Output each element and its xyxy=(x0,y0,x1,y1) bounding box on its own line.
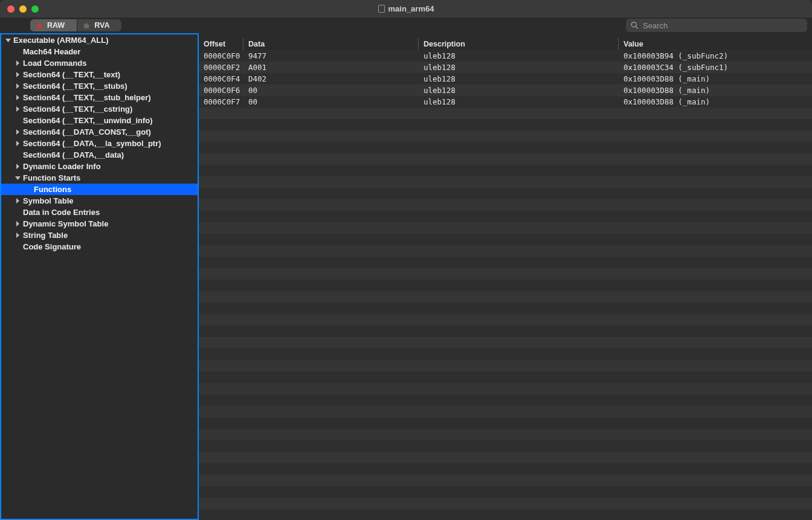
tree-item[interactable]: Load Commands xyxy=(1,57,198,69)
cell-data: 00 xyxy=(243,86,418,95)
close-window-button[interactable] xyxy=(7,5,14,13)
search-input[interactable] xyxy=(626,19,807,32)
tree-item-label: Data in Code Entries xyxy=(23,208,100,217)
table-row[interactable]: 0000C0F2A001uleb1280x100003C34 (_subFunc… xyxy=(199,62,812,73)
cell-description: uleb128 xyxy=(419,74,618,83)
col-header-description[interactable]: Description xyxy=(419,40,618,48)
sidebar-tree[interactable]: Executable (ARM64_ALL)Mach64 HeaderLoad … xyxy=(0,33,199,520)
tree-item[interactable]: Functions xyxy=(1,184,198,195)
table-header: Offset Data Description Value xyxy=(199,38,812,50)
title-bar: main_arm64 xyxy=(0,0,812,18)
tree-item-label: Section64 (__TEXT,__text) xyxy=(23,70,120,79)
tree-item[interactable]: Section64 (__DATA,__data) xyxy=(1,149,198,161)
tree-item-label: String Table xyxy=(23,231,68,240)
col-header-offset[interactable]: Offset xyxy=(199,40,243,48)
cell-offset: 0000C0F0 xyxy=(199,51,243,60)
tree-item-label: Section64 (__DATA_CONST,__got) xyxy=(23,127,151,136)
cell-data: 9477 xyxy=(243,51,418,60)
chevron-right-icon[interactable] xyxy=(13,59,22,68)
cell-value: 0x100003D88 (_main) xyxy=(619,74,812,83)
tree-item-label: Code Signature xyxy=(23,242,81,251)
tree-item-label: Dynamic Loader Info xyxy=(23,162,101,171)
tree-root-label: Executable (ARM64_ALL) xyxy=(13,36,108,45)
cell-offset: 0000C0F4 xyxy=(199,74,243,83)
tab-rva[interactable]: RVA xyxy=(77,19,121,31)
toolbar: RAW RVA xyxy=(0,18,812,33)
cell-value: 0x100003D88 (_main) xyxy=(619,86,812,95)
chevron-right-icon[interactable] xyxy=(13,128,22,136)
tree-item-label: Section64 (__DATA,__la_symbol_ptr) xyxy=(23,139,161,148)
cell-value: 0x100003B94 (_subFunc2) xyxy=(619,51,812,60)
cell-data: D402 xyxy=(243,74,418,83)
tree-item[interactable]: Section64 (__TEXT,__text) xyxy=(1,69,198,80)
traffic-lights xyxy=(0,5,39,13)
tree-item[interactable]: Section64 (__TEXT,__unwind_info) xyxy=(1,115,198,126)
chevron-right-icon[interactable] xyxy=(13,105,22,114)
table-row[interactable]: 0000C0F4D402uleb1280x100003D88 (_main) xyxy=(199,73,812,85)
chevron-right-icon[interactable] xyxy=(13,140,22,148)
chevron-down-icon[interactable] xyxy=(13,174,22,182)
tree-item[interactable]: Section64 (__DATA,__la_symbol_ptr) xyxy=(1,138,198,149)
tab-raw-label: RAW xyxy=(47,21,65,30)
tree-item[interactable]: Data in Code Entries xyxy=(1,207,198,218)
document-icon xyxy=(378,5,385,13)
cell-offset: 0000C0F2 xyxy=(199,63,243,72)
tree-item-label: Function Starts xyxy=(23,173,80,182)
table-row[interactable]: 0000C0F700uleb1280x100003D88 (_main) xyxy=(199,96,812,108)
tree-item[interactable]: String Table xyxy=(1,230,198,241)
cell-offset: 0000C0F7 xyxy=(199,97,243,106)
tree-item[interactable]: Section64 (__TEXT,__stub_helper) xyxy=(1,92,198,103)
tree-item[interactable]: Section64 (__TEXT,__cstring) xyxy=(1,103,198,115)
window-title: main_arm64 xyxy=(388,4,434,13)
tab-raw[interactable]: RAW xyxy=(30,19,77,31)
tree-item-label: Section64 (__TEXT,__unwind_info) xyxy=(23,116,153,125)
cell-description: uleb128 xyxy=(419,86,618,95)
tree-item[interactable]: Function Starts xyxy=(1,172,198,184)
tree-item[interactable]: Section64 (__DATA_CONST,__got) xyxy=(1,126,198,138)
zoom-window-button[interactable] xyxy=(31,5,39,13)
cell-description: uleb128 xyxy=(419,51,618,60)
tree-item[interactable]: Section64 (__TEXT,__stubs) xyxy=(1,80,198,92)
tree-item-label: Symbol Table xyxy=(23,196,74,205)
chevron-right-icon[interactable] xyxy=(13,220,22,228)
cell-data: 00 xyxy=(243,97,418,106)
col-header-data[interactable]: Data xyxy=(243,40,418,48)
bug-icon xyxy=(35,22,44,29)
tree-item-label: Dynamic Symbol Table xyxy=(23,219,108,228)
tree-item-label: Functions xyxy=(34,185,71,194)
content-pane: Offset Data Description Value 0000C0F094… xyxy=(199,33,812,520)
cell-data: A001 xyxy=(243,63,418,72)
view-mode-segment: RAW RVA xyxy=(30,19,121,31)
chevron-down-icon[interactable] xyxy=(4,36,12,45)
tree-item-label: Section64 (__TEXT,__stubs) xyxy=(23,82,127,91)
tree-item-label: Section64 (__TEXT,__cstring) xyxy=(23,104,132,114)
chevron-right-icon[interactable] xyxy=(13,71,22,79)
table-row[interactable]: 0000C0F09477uleb1280x100003B94 (_subFunc… xyxy=(199,50,812,62)
cell-description: uleb128 xyxy=(419,97,618,106)
chevron-right-icon[interactable] xyxy=(13,82,22,91)
tree-item[interactable]: Code Signature xyxy=(1,241,198,252)
tree-item[interactable]: Dynamic Loader Info xyxy=(1,161,198,172)
tree-item[interactable]: Mach64 Header xyxy=(1,46,198,57)
cell-description: uleb128 xyxy=(419,63,618,72)
chevron-right-icon[interactable] xyxy=(13,197,22,205)
chevron-right-icon[interactable] xyxy=(13,162,22,171)
bug-icon xyxy=(82,22,91,29)
tree-root[interactable]: Executable (ARM64_ALL) xyxy=(1,34,198,46)
tree-item[interactable]: Dynamic Symbol Table xyxy=(1,218,198,230)
table-body[interactable]: 0000C0F09477uleb1280x100003B94 (_subFunc… xyxy=(199,50,812,520)
cell-value: 0x100003D88 (_main) xyxy=(619,97,812,106)
tree-item-label: Section64 (__DATA,__data) xyxy=(23,150,124,159)
cell-offset: 0000C0F6 xyxy=(199,86,243,95)
chevron-right-icon[interactable] xyxy=(13,231,22,240)
chevron-right-icon[interactable] xyxy=(13,94,22,102)
tree-item[interactable]: Symbol Table xyxy=(1,195,198,207)
table-row[interactable]: 0000C0F600uleb1280x100003D88 (_main) xyxy=(199,85,812,96)
tree-item-label: Load Commands xyxy=(23,59,86,68)
minimize-window-button[interactable] xyxy=(19,5,27,13)
col-header-value[interactable]: Value xyxy=(619,40,812,48)
tree-item-label: Section64 (__TEXT,__stub_helper) xyxy=(23,93,151,102)
cell-value: 0x100003C34 (_subFunc1) xyxy=(619,63,812,72)
tab-rva-label: RVA xyxy=(94,21,109,30)
tree-item-label: Mach64 Header xyxy=(23,47,80,56)
